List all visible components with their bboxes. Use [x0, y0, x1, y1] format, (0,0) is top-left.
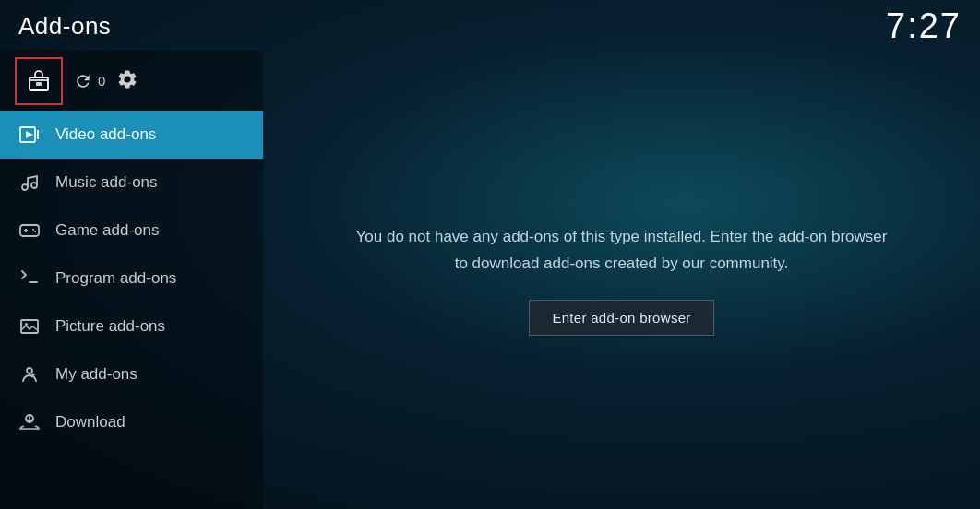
svg-marker-3: [37, 130, 39, 139]
settings-button[interactable]: [116, 68, 138, 94]
header: Add-ons 7:27: [0, 0, 980, 51]
content-area: 0 Video add-ons: [0, 51, 980, 509]
main-panel: You do not have any add-ons of this type…: [263, 51, 980, 509]
my-addons-icon: [18, 363, 41, 385]
sidebar-toolbar: 0: [0, 51, 263, 111]
sidebar-item-video[interactable]: Video add-ons: [0, 111, 263, 159]
download-icon: [18, 411, 41, 433]
svg-point-9: [34, 231, 36, 232]
video-icon: [18, 124, 41, 146]
video-addons-label: Video add-ons: [55, 125, 156, 144]
svg-marker-4: [26, 131, 33, 138]
svg-point-12: [27, 368, 32, 373]
picture-addons-label: Picture add-ons: [55, 317, 165, 336]
clock: 7:27: [886, 6, 962, 46]
refresh-icon: [74, 72, 92, 90]
sidebar-item-music[interactable]: Music add-ons: [0, 159, 263, 207]
svg-rect-10: [21, 320, 38, 333]
game-addons-label: Game add-ons: [55, 221, 159, 240]
sidebar-item-program[interactable]: Program add-ons: [0, 254, 263, 302]
sidebar-item-picture[interactable]: Picture add-ons: [0, 302, 263, 350]
page-title: Add-ons: [18, 12, 111, 41]
gear-icon: [116, 68, 138, 90]
my-addons-label: My add-ons: [55, 365, 137, 384]
svg-rect-1: [36, 82, 42, 86]
sidebar-item-my-addons[interactable]: My add-ons: [0, 350, 263, 398]
svg-point-8: [32, 229, 34, 231]
svg-rect-7: [20, 225, 39, 236]
music-addons-label: Music add-ons: [55, 173, 158, 192]
svg-point-6: [31, 183, 37, 188]
empty-message: You do not have any add-ons of this type…: [354, 224, 890, 278]
refresh-count: 0: [98, 73, 105, 89]
game-icon: [18, 219, 41, 242]
music-icon: [18, 172, 41, 194]
enter-addon-browser-button[interactable]: Enter add-on browser: [529, 300, 713, 336]
program-icon: [18, 267, 41, 290]
addon-box-icon[interactable]: [15, 57, 63, 105]
program-addons-label: Program add-ons: [55, 269, 176, 288]
picture-icon: [18, 315, 41, 337]
sidebar: 0 Video add-ons: [0, 51, 263, 509]
download-label: Download: [55, 413, 125, 432]
sidebar-item-game[interactable]: Game add-ons: [0, 207, 263, 254]
refresh-area[interactable]: 0: [74, 72, 105, 90]
sidebar-item-download[interactable]: Download: [0, 398, 263, 446]
box-svg-icon: [26, 68, 52, 94]
